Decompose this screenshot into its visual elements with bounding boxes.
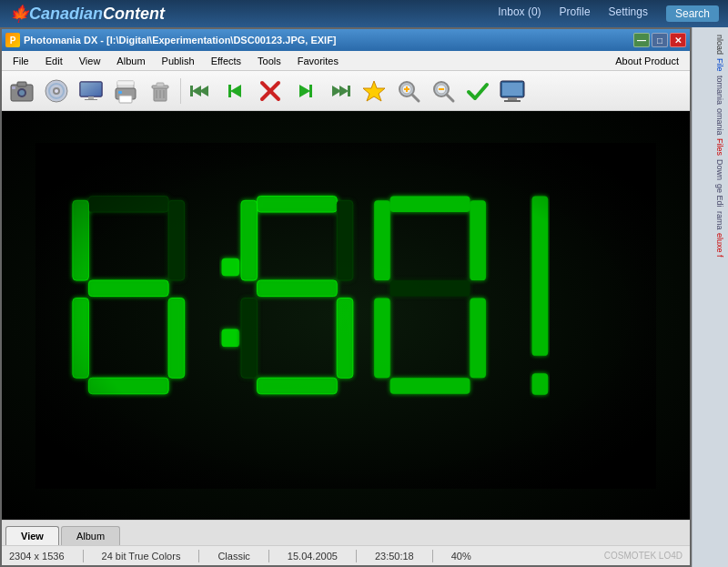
minimize-button[interactable]: — (633, 33, 650, 47)
status-bar: 2304 x 1536 24 bit True Colors Classic 1… (2, 545, 690, 565)
watermark: COSMOTEK LO4D (604, 551, 682, 561)
svg-rect-49 (504, 100, 521, 102)
menu-bar: File Edit View Album Publish Effects Too… (2, 51, 690, 71)
toolbar-favorite[interactable] (358, 75, 390, 107)
photo-display (2, 111, 690, 520)
svg-line-44 (447, 95, 453, 101)
svg-rect-17 (118, 91, 122, 94)
svg-rect-28 (228, 85, 231, 97)
svg-rect-10 (80, 82, 102, 96)
toolbar-screen[interactable] (75, 75, 107, 107)
toolbar-zoom-out[interactable] (427, 75, 460, 107)
menu-file[interactable]: File (5, 54, 36, 68)
sidebar-download-text: nload (696, 35, 724, 55)
sidebar-files-link[interactable]: Files (696, 138, 724, 156)
sidebar-rama-text: rama (696, 211, 724, 230)
svg-rect-32 (309, 85, 312, 97)
menu-view[interactable]: View (72, 54, 108, 68)
toolbar-monitor[interactable] (496, 75, 529, 107)
status-sep-5 (432, 550, 433, 562)
toolbar-prev[interactable] (219, 75, 252, 107)
svg-rect-4 (12, 86, 15, 89)
toolbar-open-photo[interactable] (5, 75, 38, 107)
status-date: 15.04.2005 (288, 551, 338, 562)
close-button[interactable]: ✕ (670, 33, 686, 47)
maximize-button[interactable]: □ (652, 33, 668, 47)
toolbar-next[interactable] (288, 75, 321, 107)
svg-rect-15 (117, 81, 134, 85)
website-nav: Inbox (0) Profile Settings Search (498, 5, 719, 22)
app-icon: P (5, 33, 20, 47)
status-dimensions: 2304 x 1536 (9, 551, 65, 562)
svg-rect-48 (508, 97, 517, 100)
status-sep-4 (356, 550, 357, 562)
toolbar-separator-1 (180, 78, 181, 104)
sidebar-down-text: Down (696, 159, 724, 180)
sidebar-deluxe-link[interactable]: eluxe f (696, 233, 724, 258)
toolbar (2, 71, 690, 111)
status-color: 24 bit True Colors (102, 551, 181, 562)
website-header: 🍁CanadianContent Inbox (0) Profile Setti… (0, 0, 728, 27)
svg-marker-36 (363, 81, 385, 101)
svg-point-2 (19, 90, 25, 96)
sidebar-editor-text: ge Edi (696, 184, 724, 208)
svg-rect-77 (35, 143, 656, 489)
svg-rect-26 (190, 86, 193, 96)
menu-tools[interactable]: Tools (250, 54, 288, 68)
main-layout: P Photomania DX - [I:\Digital\Experiment… (0, 27, 728, 567)
tab-album[interactable]: Album (61, 526, 120, 545)
sidebar-file-text: File (696, 58, 724, 72)
title-bar-text: Photomania DX - [I:\Digital\Experimentat… (24, 35, 633, 46)
app-window: P Photomania DX - [I:\Digital\Experiment… (0, 27, 692, 567)
nav-search[interactable]: Search (666, 5, 719, 22)
menu-favorites[interactable]: Favorites (290, 54, 346, 68)
status-sep-3 (268, 550, 269, 562)
svg-rect-16 (119, 96, 132, 103)
status-zoom: 40% (451, 551, 471, 562)
toolbar-rewind[interactable] (185, 75, 217, 107)
website-logo: 🍁CanadianContent (9, 4, 165, 24)
tab-bar: View Album (2, 520, 690, 545)
svg-point-7 (55, 89, 58, 93)
menu-effects[interactable]: Effects (204, 54, 248, 68)
toolbar-delete[interactable] (144, 75, 177, 107)
status-time: 23:50:18 (375, 551, 414, 562)
sidebar-text-1: tomania (696, 76, 724, 105)
svg-rect-20 (157, 83, 164, 86)
toolbar-accept[interactable] (461, 75, 494, 107)
nav-inbox[interactable]: Inbox (0) (498, 5, 541, 22)
menu-album[interactable]: Album (109, 54, 152, 68)
svg-rect-12 (85, 99, 97, 100)
toolbar-print[interactable] (109, 75, 142, 107)
svg-marker-31 (299, 85, 310, 97)
nav-settings[interactable]: Settings (609, 5, 648, 22)
svg-marker-27 (230, 85, 241, 97)
title-bar: P Photomania DX - [I:\Digital\Experiment… (2, 29, 690, 51)
toolbar-close-x[interactable] (254, 75, 287, 107)
image-area (2, 111, 690, 520)
svg-rect-35 (348, 86, 350, 96)
menu-edit[interactable]: Edit (38, 54, 70, 68)
toolbar-cd[interactable] (40, 75, 73, 107)
right-sidebar: nload File tomania omania Files Down ge … (692, 27, 728, 567)
svg-marker-34 (339, 86, 349, 96)
status-style: Classic (217, 551, 249, 562)
nav-profile[interactable]: Profile (560, 5, 591, 22)
menu-publish[interactable]: Publish (155, 54, 202, 68)
svg-rect-11 (88, 96, 94, 99)
menu-about[interactable]: About Product (608, 54, 686, 68)
toolbar-zoom-in[interactable] (392, 75, 425, 107)
svg-line-39 (412, 95, 419, 101)
svg-rect-3 (17, 82, 26, 86)
title-bar-controls: — □ ✕ (633, 33, 686, 47)
status-sep-1 (83, 550, 84, 562)
sidebar-text-2: omania (696, 108, 724, 136)
svg-rect-47 (502, 83, 522, 96)
tab-view[interactable]: View (5, 526, 59, 545)
toolbar-fast-forward[interactable] (323, 75, 356, 107)
status-sep-2 (198, 550, 199, 562)
